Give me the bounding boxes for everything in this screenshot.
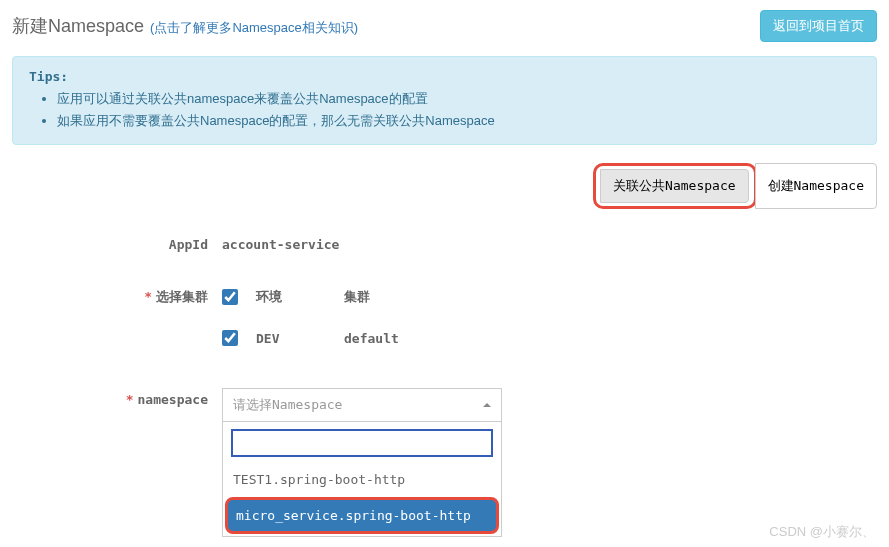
namespace-tab-buttons: 关联公共Namespace 创建Namespace [12,163,877,209]
cluster-data-row: DEV default [222,326,877,350]
cluster-row-checkbox[interactable] [222,330,238,346]
appid-value: account-service [222,233,877,252]
required-mark: * [144,289,152,304]
namespace-label: *namespace [12,388,222,407]
namespace-select[interactable]: 请选择Namespace [222,388,502,422]
cluster-cluster-header: 集群 [344,288,370,306]
cluster-select-all-checkbox[interactable] [222,289,238,305]
required-mark: * [126,392,134,407]
watermark: CSDN @小赛尔、 [769,523,875,541]
link-public-namespace-button[interactable]: 关联公共Namespace [600,169,748,203]
namespace-search-wrap [223,422,501,464]
cluster-env-value: DEV [256,331,326,346]
cluster-header: 环境 集群 [222,284,877,310]
cluster-content: 环境 集群 DEV default [222,284,877,350]
namespace-dropdown: TEST1.spring-boot-http micro_service.spr… [222,422,502,537]
tips-list: 应用可以通过关联公共namespace来覆盖公共Namespace的配置 如果应… [29,88,860,132]
create-namespace-button[interactable]: 创建Namespace [755,163,877,209]
page-header: 新建Namespace (点击了解更多Namespace相关知识) 返回到项目首… [12,10,877,42]
tips-panel: Tips: 应用可以通过关联公共namespace来覆盖公共Namespace的… [12,56,877,145]
namespace-option-selected[interactable]: micro_service.spring-boot-http [225,497,499,534]
namespace-row: *namespace 请选择Namespace TEST1.spring-boo… [12,388,877,537]
tips-item: 如果应用不需要覆盖公共Namespace的配置，那么无需关联公共Namespac… [57,110,860,132]
more-info-link[interactable]: (点击了解更多Namespace相关知识) [150,19,358,37]
chevron-up-icon [483,403,491,407]
appid-row: AppId account-service [12,233,877,252]
title-wrap: 新建Namespace (点击了解更多Namespace相关知识) [12,14,358,38]
highlight-annotation: 关联公共Namespace [593,163,756,209]
back-to-project-button[interactable]: 返回到项目首页 [760,10,877,42]
cluster-label: *选择集群 [12,284,222,306]
namespace-option[interactable]: TEST1.spring-boot-http [223,464,501,495]
namespace-search-input[interactable] [231,429,493,457]
page-title: 新建Namespace [12,14,144,38]
cluster-cluster-value: default [344,331,399,346]
cluster-env-header: 环境 [256,288,326,306]
appid-label: AppId [12,233,222,252]
tips-label: Tips: [29,69,860,84]
namespace-content: 请选择Namespace TEST1.spring-boot-http micr… [222,388,877,537]
cluster-row: *选择集群 环境 集群 DEV default [12,284,877,350]
highlight-annotation [231,429,493,457]
namespace-select-wrap: 请选择Namespace TEST1.spring-boot-http micr… [222,388,502,537]
namespace-placeholder: 请选择Namespace [233,396,342,414]
tips-item: 应用可以通过关联公共namespace来覆盖公共Namespace的配置 [57,88,860,110]
